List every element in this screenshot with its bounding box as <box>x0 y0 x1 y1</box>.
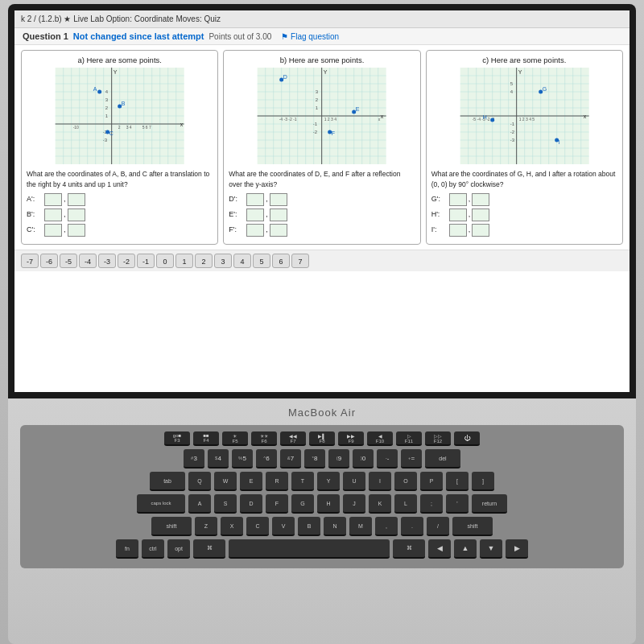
key-semi[interactable]: ; <box>420 494 443 514</box>
key-f5[interactable]: ☀F5 <box>222 431 248 446</box>
key-s[interactable]: S <box>214 494 237 514</box>
input-b-x[interactable] <box>44 208 62 221</box>
flag-link[interactable]: ⚑ Flag question <box>281 32 339 41</box>
input-e-x[interactable] <box>246 208 264 221</box>
key-o[interactable]: O <box>394 472 417 491</box>
key-f7[interactable]: ◀◀F7 <box>280 431 306 446</box>
key-power[interactable]: ⏻ <box>454 431 480 446</box>
key-q[interactable]: Q <box>188 472 211 491</box>
input-f-x[interactable] <box>246 224 264 237</box>
key-g[interactable]: G <box>291 494 314 514</box>
num-btn-neg6[interactable]: -6 <box>40 254 58 268</box>
key-e[interactable]: E <box>240 472 262 491</box>
num-btn-4[interactable]: 4 <box>233 254 251 268</box>
key-plus[interactable]: += <box>401 449 422 469</box>
num-btn-7[interactable]: 7 <box>291 254 309 268</box>
num-btn-6[interactable]: 6 <box>272 254 290 268</box>
key-shift-l[interactable]: shift <box>151 517 192 536</box>
num-btn-neg1[interactable]: -1 <box>137 254 155 268</box>
key-slash[interactable]: / <box>427 517 449 536</box>
input-h-y[interactable] <box>472 208 489 221</box>
key-del[interactable]: del <box>425 449 460 469</box>
num-btn-neg4[interactable]: -4 <box>79 254 97 268</box>
key-hash[interactable]: #3 <box>184 449 204 469</box>
num-btn-neg2[interactable]: -2 <box>118 254 135 268</box>
num-btn-neg5[interactable]: -5 <box>60 254 77 268</box>
key-return[interactable]: return <box>472 494 507 514</box>
key-t[interactable]: T <box>291 472 314 491</box>
num-btn-2[interactable]: 2 <box>195 254 213 268</box>
key-b[interactable]: B <box>298 517 320 536</box>
key-shift-r[interactable]: shift <box>452 517 493 536</box>
key-c[interactable]: C <box>246 517 269 536</box>
key-f10[interactable]: ◀F10 <box>367 431 393 446</box>
key-f11[interactable]: ▷F11 <box>396 431 422 446</box>
key-v[interactable]: V <box>272 517 295 536</box>
num-btn-0[interactable]: 0 <box>156 254 174 268</box>
key-h[interactable]: H <box>317 494 340 514</box>
input-i-x[interactable] <box>449 224 467 237</box>
input-g-y[interactable] <box>472 193 489 206</box>
key-arrow-left[interactable]: ◀ <box>428 539 451 559</box>
key-a[interactable]: A <box>188 494 211 514</box>
input-e-y[interactable] <box>270 208 287 221</box>
input-i-y[interactable] <box>472 224 489 237</box>
key-lbracket[interactable]: [ <box>446 472 469 491</box>
key-y[interactable]: Y <box>317 472 340 491</box>
num-btn-5[interactable]: 5 <box>253 254 270 268</box>
key-opt[interactable]: opt <box>167 539 190 559</box>
key-arrow-right[interactable]: ▶ <box>506 539 528 559</box>
key-ctrl[interactable]: ctrl <box>142 539 164 559</box>
key-f3[interactable]: go■F3 <box>164 431 190 446</box>
key-lparen[interactable]: (9 <box>328 449 349 469</box>
key-f6[interactable]: ☀☀F6 <box>251 431 277 446</box>
input-c-x[interactable] <box>44 224 62 237</box>
key-cmd-r[interactable]: ⌘ <box>393 539 425 559</box>
key-r[interactable]: R <box>266 472 288 491</box>
key-rbracket[interactable]: ] <box>472 472 494 491</box>
key-f12[interactable]: ▷▷F12 <box>425 431 451 446</box>
key-caps[interactable]: caps lock <box>137 494 185 514</box>
key-tab[interactable]: tab <box>150 472 185 491</box>
key-percent[interactable]: %5 <box>232 449 253 469</box>
key-minus[interactable]: -- <box>377 449 398 469</box>
key-arrow-up[interactable]: ▲ <box>454 539 477 559</box>
num-btn-3[interactable]: 3 <box>214 254 232 268</box>
key-d[interactable]: D <box>240 494 262 514</box>
key-f8[interactable]: ▶▌F8 <box>309 431 335 446</box>
key-space[interactable] <box>229 539 390 559</box>
key-amp[interactable]: &7 <box>280 449 301 469</box>
key-l[interactable]: L <box>394 494 417 514</box>
key-i[interactable]: I <box>369 472 391 491</box>
key-caret[interactable]: ^6 <box>256 449 277 469</box>
key-j[interactable]: J <box>343 494 365 514</box>
key-dollar[interactable]: $4 <box>208 449 229 469</box>
key-k[interactable]: K <box>369 494 391 514</box>
key-cmd-l[interactable]: ⌘ <box>193 539 225 559</box>
num-btn-neg7[interactable]: -7 <box>21 254 39 268</box>
key-star[interactable]: *8 <box>304 449 325 469</box>
input-a-y[interactable] <box>68 193 85 206</box>
key-f4[interactable]: ■■F4 <box>193 431 219 446</box>
input-d-y[interactable] <box>270 193 287 206</box>
input-f-y[interactable] <box>270 224 287 237</box>
key-m[interactable]: M <box>349 517 372 536</box>
key-comma[interactable]: , <box>375 517 398 536</box>
key-period[interactable]: . <box>401 517 423 536</box>
input-c-y[interactable] <box>68 224 85 237</box>
key-arrow-down[interactable]: ▼ <box>480 539 502 559</box>
input-a-x[interactable] <box>44 193 62 206</box>
input-h-x[interactable] <box>449 208 467 221</box>
input-d-x[interactable] <box>246 193 264 206</box>
key-n[interactable]: N <box>324 517 346 536</box>
key-u[interactable]: U <box>343 472 365 491</box>
num-btn-1[interactable]: 1 <box>175 254 193 268</box>
num-btn-neg3[interactable]: -3 <box>98 254 116 268</box>
key-fn[interactable]: fn <box>116 539 138 559</box>
key-f[interactable]: F <box>266 494 288 514</box>
input-g-x[interactable] <box>449 193 467 206</box>
key-rparen[interactable]: )0 <box>353 449 374 469</box>
key-z[interactable]: Z <box>195 517 217 536</box>
key-f9[interactable]: ▶▶F9 <box>338 431 364 446</box>
key-quote[interactable]: ' <box>446 494 469 514</box>
